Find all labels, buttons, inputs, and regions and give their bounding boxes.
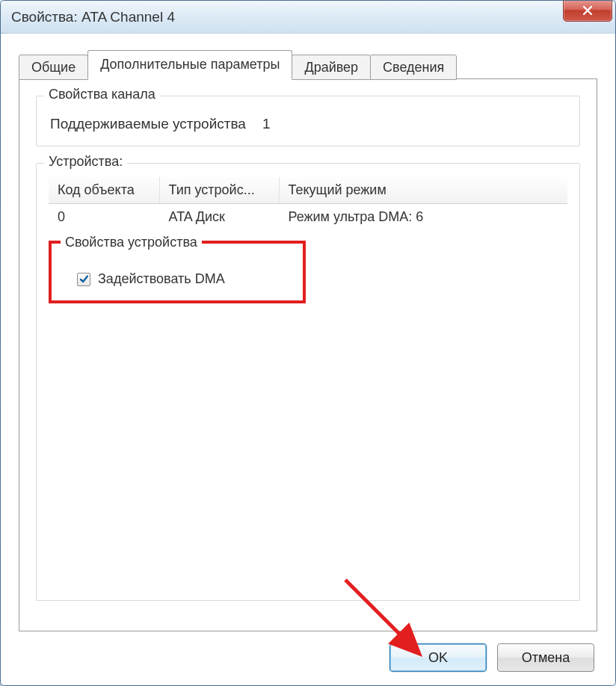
enable-dma-checkbox[interactable] <box>77 273 90 286</box>
channel-properties-legend: Свойства канала <box>44 87 160 102</box>
close-icon <box>582 4 594 16</box>
cancel-button[interactable]: Отмена <box>497 643 594 672</box>
supported-devices-count: 1 <box>262 116 271 132</box>
checkmark-icon <box>79 274 89 284</box>
device-properties-highlight: Свойства устройства Задействовать DMA <box>49 241 306 303</box>
title-bar: Свойства: ATA Channel 4 <box>1 1 615 34</box>
channel-properties-group: Свойства канала Поддерживаемые устройств… <box>36 96 580 146</box>
devices-table-container: Код объекта Тип устройс... Текущий режим… <box>49 177 567 230</box>
tab-driver[interactable]: Драйвер <box>292 55 371 80</box>
tab-strip: Общие Дополнительные параметры Драйвер С… <box>19 50 597 79</box>
devices-legend: Устройства: <box>44 154 127 170</box>
dialog-buttons: OK Отмена <box>19 631 597 672</box>
device-properties-legend: Свойства устройства <box>61 235 202 250</box>
col-object-id[interactable]: Код объекта <box>49 177 159 204</box>
supported-devices-label: Поддерживаемые устройства <box>50 116 246 132</box>
tab-panel-advanced: Свойства канала Поддерживаемые устройств… <box>19 78 597 631</box>
tab-details[interactable]: Сведения <box>370 55 457 80</box>
col-current-mode[interactable]: Текущий режим <box>279 177 567 204</box>
devices-group: Устройства: Код объекта Тип устройс... Т… <box>36 163 580 601</box>
table-row[interactable]: 0 ATA Диск Режим ультра DMA: 6 <box>49 204 567 231</box>
enable-dma-row[interactable]: Задействовать DMA <box>64 268 291 287</box>
enable-dma-label: Задействовать DMA <box>98 271 225 287</box>
window-title: Свойства: ATA Channel 4 <box>11 9 175 25</box>
supported-devices-row: Поддерживаемые устройства 1 <box>49 110 567 134</box>
cell-object-id: 0 <box>49 204 159 231</box>
properties-dialog: Свойства: ATA Channel 4 Общие Дополнител… <box>0 0 616 686</box>
tab-advanced[interactable]: Дополнительные параметры <box>87 50 292 79</box>
col-device-type[interactable]: Тип устройс... <box>159 177 279 204</box>
table-header-row: Код объекта Тип устройс... Текущий режим <box>49 177 567 204</box>
client-area: Общие Дополнительные параметры Драйвер С… <box>1 34 615 685</box>
close-button[interactable] <box>563 0 612 22</box>
ok-button[interactable]: OK <box>389 643 487 672</box>
devices-table: Код объекта Тип устройс... Текущий режим… <box>49 177 567 230</box>
tab-general[interactable]: Общие <box>19 55 88 80</box>
cell-device-type: ATA Диск <box>159 204 279 231</box>
cell-current-mode: Режим ультра DMA: 6 <box>279 204 567 231</box>
